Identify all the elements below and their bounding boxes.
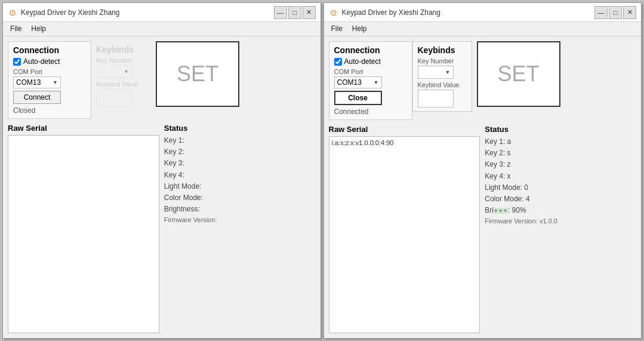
key-number-select-right[interactable]: ▼ [418,66,454,79]
app-icon-right: ⊙ [329,8,338,17]
com-port-value-right: COM13 [337,78,362,87]
key-number-label-left: Key Number [96,57,146,64]
status-key2-right: Key 2: s [485,148,636,159]
window-left: ⊙ Keypad Driver by Xieshi Zhang — □ ✕ Fi… [2,2,321,339]
status-title-left: Status [164,124,316,133]
maximize-button-left[interactable]: □ [288,6,301,19]
status-key1-right: Key 1: a [485,136,636,148]
status-key4-right: Key 4: x [485,171,636,182]
key-number-label-right: Key Number [418,57,467,64]
connection-title-right: Connection [334,45,407,55]
status-firmware-right: Firmware Version: v1.0.0 [485,216,636,227]
title-bar-buttons-right: — □ ✕ [594,6,636,19]
set-label-left: SET [177,62,218,87]
close-button-conn-right[interactable]: Close [334,91,382,105]
com-port-arrow-right: ▼ [374,79,379,85]
key-number-arrow-right: ▼ [445,69,451,75]
com-port-label-left: COM Port [13,68,86,75]
status-key2-left: Key 2: [164,146,316,158]
keybind-value-label-left: Keybind Value [96,81,146,88]
com-port-label-right: COM Port [334,68,407,75]
status-key3-right: Key 3: z [485,159,636,170]
com-port-select-left[interactable]: COM13 ▼ [13,76,61,88]
auto-detect-checkbox-left[interactable] [13,58,21,66]
status-color-mode-right: Color Mode: 4 [485,193,636,205]
status-brightness-right: Bri✦✦✦: 90% [485,205,636,216]
top-area-left: Connection Auto-detect COM Port COM13 ▼ … [8,41,316,119]
status-key1-left: Key 1: [164,135,316,146]
status-panel-right: Status Key 1: a Key 2: s Key 3: z Key 4:… [485,125,636,333]
window-content-left: Connection Auto-detect COM Port COM13 ▼ … [3,36,321,338]
com-port-value-left: COM13 [16,78,41,87]
menu-file-right[interactable]: File [326,23,347,35]
status-list-left: Key 1: Key 2: Key 3: Key 4: Light Mode: … [164,135,316,226]
status-light-mode-right: Light Mode: 0 [485,182,636,193]
raw-serial-title-right: Raw Serial [329,125,480,134]
raw-serial-panel-left: Raw Serial [8,124,159,333]
connection-status-right: Connected [334,107,407,116]
menu-help-left[interactable]: Help [26,23,51,35]
close-button-right[interactable]: ✕ [623,6,636,19]
status-color-mode-left: Color Mode: [164,192,316,204]
status-light-mode-left: Light Mode: [164,181,316,192]
window-title-right: Keypad Driver by Xieshi Zhang [342,8,591,17]
status-key3-left: Key 3: [164,158,316,169]
key-number-select-left: ▼ [96,65,132,78]
keybinds-title-right: Keybinds [418,45,467,55]
set-box-right[interactable]: SET [477,41,560,107]
menu-help-right[interactable]: Help [347,23,372,35]
auto-detect-checkbox-right[interactable] [334,58,342,66]
title-bar-left: ⊙ Keypad Driver by Xieshi Zhang — □ ✕ [3,3,321,22]
menu-bar-left: File Help [3,22,321,36]
maximize-button-right[interactable]: □ [609,6,622,19]
auto-detect-row-left: Auto-detect [13,57,86,66]
keybind-value-box-left [96,89,132,107]
raw-serial-panel-right: Raw Serial i:a:s:z:x:v1.0.0:0:4:90 [329,125,480,333]
minimize-button-left[interactable]: — [274,6,287,19]
com-port-select-right[interactable]: COM13 ▼ [334,76,382,88]
bottom-panels-right: Raw Serial i:a:s:z:x:v1.0.0:0:4:90 Statu… [329,125,637,333]
close-button-left[interactable]: ✕ [303,6,316,19]
menu-file-left[interactable]: File [5,23,26,35]
title-bar-buttons-left: — □ ✕ [274,6,316,19]
status-key4-left: Key 4: [164,170,316,181]
raw-serial-box-right: i:a:s:z:x:v1.0.0:0:4:90 [329,136,480,333]
status-brightness-left: Brightness: [164,204,316,215]
app-icon-left: ⊙ [8,8,17,17]
top-area-right: Connection Auto-detect COM Port COM13 ▼ … [329,41,637,120]
keybinds-title-left: Keybinds [96,45,146,54]
set-label-right: SET [497,62,539,87]
status-title-right: Status [485,125,636,134]
connect-button-left[interactable]: Connect [13,91,61,104]
window-content-right: Connection Auto-detect COM Port COM13 ▼ … [324,36,642,338]
connection-panel-left: Connection Auto-detect COM Port COM13 ▼ … [8,41,91,119]
keybind-value-label-right: Keybind Value [418,81,467,88]
com-port-arrow-left: ▼ [53,79,58,85]
bottom-panels-left: Raw Serial Status Key 1: Key 2: Key 3: K… [8,124,316,333]
minimize-button-right[interactable]: — [594,6,608,19]
window-right: ⊙ Keypad Driver by Xieshi Zhang — □ ✕ Fi… [323,2,642,339]
connection-title-left: Connection [13,45,86,55]
set-box-left[interactable]: SET [156,41,239,107]
keybind-value-box-right[interactable] [418,90,454,107]
connection-status-left: Closed [13,106,86,115]
auto-detect-row-right: Auto-detect [334,57,407,66]
connection-panel-right: Connection Auto-detect COM Port COM13 ▼ … [329,41,412,120]
auto-detect-label-left: Auto-detect [23,57,60,66]
menu-bar-right: File Help [324,22,642,36]
title-bar-right: ⊙ Keypad Driver by Xieshi Zhang — □ ✕ [324,3,642,22]
status-firmware-left: Firmware Version: [164,215,316,226]
keybinds-panel-right: Keybinds Key Number ▼ Keybind Value [412,41,472,112]
key-number-arrow-left: ▼ [124,69,129,75]
window-title-left: Keypad Driver by Xieshi Zhang [21,8,270,17]
auto-detect-label-right: Auto-detect [344,57,381,66]
raw-serial-box-left [8,135,159,333]
status-panel-left: Status Key 1: Key 2: Key 3: Key 4: Light… [164,124,316,333]
raw-serial-title-left: Raw Serial [8,124,159,133]
keybinds-panel-left: Keybinds Key Number ▼ Keybind Value [91,41,151,110]
status-list-right: Key 1: a Key 2: s Key 3: z Key 4: x Ligh… [485,136,636,227]
